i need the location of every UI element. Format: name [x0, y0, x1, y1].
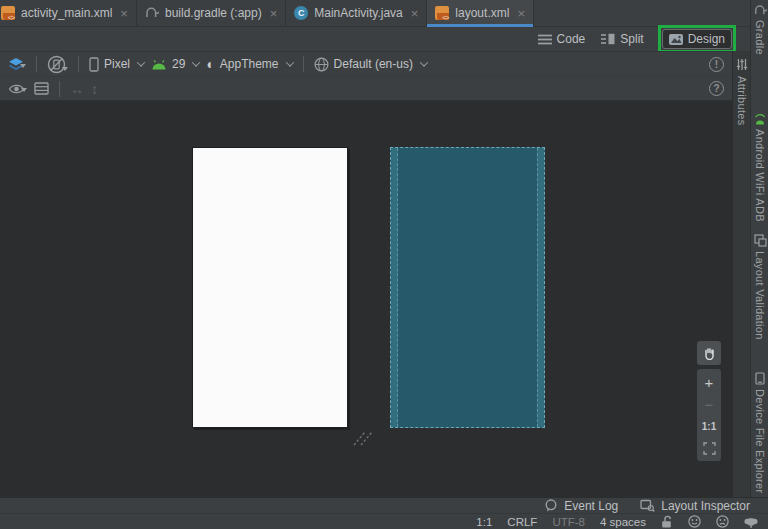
design-canvas[interactable]: + − 1:1	[0, 101, 732, 497]
tab-label: layout.xml	[455, 6, 509, 20]
layout-validation-icon	[754, 234, 767, 247]
android-wifi-icon	[753, 112, 767, 125]
zoom-controls: + − 1:1	[697, 369, 721, 461]
event-log-button[interactable]: Event Log	[544, 499, 618, 513]
gradle-icon	[145, 6, 159, 20]
dropdown-caret	[62, 67, 68, 71]
device-selector[interactable]: Pixel	[89, 57, 144, 72]
zoom-to-fit-button[interactable]	[697, 438, 721, 458]
java-class-icon: C	[294, 6, 308, 20]
device-preview-blueprint[interactable]	[390, 147, 545, 428]
unlocked-padlock-icon[interactable]	[661, 515, 673, 528]
globe-icon	[314, 57, 329, 72]
editor-tab-bar: <> activity_main.xml × build.gradle (:ap…	[0, 0, 768, 27]
locale-selector[interactable]: Default (en-us)	[314, 57, 427, 72]
api-level-value: 29	[172, 57, 185, 71]
caret-position[interactable]: 1:1	[476, 516, 492, 528]
tab-label: MainActivity.java	[314, 6, 402, 20]
close-icon[interactable]: ×	[270, 7, 278, 20]
layout-inspector-icon	[640, 499, 655, 512]
code-mode-label: Code	[557, 32, 586, 46]
device-resize-handle[interactable]	[352, 430, 374, 447]
chevron-down-icon	[192, 58, 200, 66]
event-log-icon	[544, 499, 558, 512]
zoom-out-button[interactable]: −	[697, 394, 721, 414]
dropdown-caret	[21, 88, 27, 92]
toolbar-separator	[303, 56, 304, 72]
encoding-indicator[interactable]: UTF-8	[552, 516, 585, 528]
blueprint-margin-left	[391, 148, 398, 427]
bottom-tool-window-bar: Event Log Layout Inspector	[0, 497, 768, 513]
layout-inspector-label: Layout Inspector	[661, 499, 750, 513]
android-wifi-adb-tab-label: Android WiFi ADB	[754, 129, 766, 222]
indent-indicator[interactable]: 4 spaces	[600, 516, 646, 528]
sliders-icon	[736, 58, 748, 71]
zoom-in-button[interactable]: +	[697, 372, 721, 392]
theme-icon: ◐	[206, 57, 214, 71]
tool-tab-layout-validation[interactable]: Layout Validation	[751, 234, 768, 340]
gradle-daemon-icon[interactable]	[744, 516, 758, 528]
device-file-explorer-icon	[754, 372, 766, 385]
design-surface-toolbar: Pixel 29 ◐ AppTheme Default (en-us) !	[0, 51, 732, 76]
device-file-explorer-tab-label: Device File Explorer	[754, 389, 766, 493]
android-icon	[151, 59, 167, 70]
dropdown-caret	[20, 64, 26, 68]
blueprint-margin-right	[537, 148, 544, 427]
close-icon[interactable]: ×	[411, 7, 419, 20]
tab-activity-main-xml[interactable]: <> activity_main.xml ×	[0, 0, 137, 26]
toolbar-separator	[36, 56, 37, 72]
phone-icon	[89, 57, 99, 72]
help-icon[interactable]: ?	[709, 81, 724, 96]
variants-list-button[interactable]	[34, 82, 49, 95]
chevron-down-icon	[285, 58, 293, 66]
width-constraint-arrow: ↔	[70, 81, 84, 97]
tab-build-gradle[interactable]: build.gradle (:app) ×	[137, 0, 286, 26]
annotation-highlight-box: Design	[658, 25, 736, 53]
toolbar-separator	[59, 81, 60, 97]
tool-tab-android-wifi-adb[interactable]: Android WiFi ADB	[751, 112, 768, 222]
tool-tab-device-file-explorer[interactable]: Device File Explorer	[751, 372, 768, 493]
layout-validation-tab-label: Layout Validation	[754, 251, 766, 340]
design-icon	[669, 34, 683, 45]
attributes-panel-tab[interactable]: Attributes	[732, 51, 750, 497]
android-studio-window: <> activity_main.xml × build.gradle (:ap…	[0, 0, 768, 529]
gradle-icon	[754, 4, 767, 16]
close-icon[interactable]: ×	[120, 7, 128, 20]
layout-inspector-button[interactable]: Layout Inspector	[640, 499, 750, 513]
code-icon	[538, 34, 552, 45]
chevron-down-icon	[420, 58, 428, 66]
sad-face-icon[interactable]	[716, 515, 729, 528]
split-mode-label: Split	[620, 32, 643, 46]
view-options-toolbar: ↔ ↕ ?	[0, 76, 732, 101]
tab-label: build.gradle (:app)	[165, 6, 262, 20]
hand-icon	[703, 347, 716, 360]
split-mode-button[interactable]: Split	[595, 30, 649, 48]
design-surface-selector-button[interactable]	[8, 58, 26, 71]
layout-file-icon: <>	[1, 6, 15, 20]
view-options-button[interactable]	[8, 83, 27, 95]
theme-selector[interactable]: ◐ AppTheme	[206, 57, 292, 71]
design-mode-button[interactable]: Design	[662, 29, 732, 49]
happy-face-icon[interactable]	[688, 515, 701, 528]
pan-tool-button[interactable]	[697, 341, 721, 365]
warning-icon[interactable]: !	[709, 57, 724, 72]
code-mode-button[interactable]: Code	[532, 30, 592, 48]
tool-tab-gradle[interactable]: Gradle	[751, 4, 768, 55]
split-icon	[601, 33, 615, 45]
api-level-selector[interactable]: 29	[151, 57, 199, 71]
orientation-button[interactable]	[47, 55, 68, 74]
line-separator-indicator[interactable]: CRLF	[507, 516, 537, 528]
locale-selector-value: Default (en-us)	[334, 57, 413, 71]
close-icon[interactable]: ×	[517, 7, 525, 20]
editor-mode-switcher: Code Split Design	[0, 27, 750, 51]
tab-mainactivity-java[interactable]: C MainActivity.java ×	[286, 0, 427, 26]
chevron-down-icon	[137, 58, 145, 66]
right-tool-window-strip: Gradle Android WiFi ADB Layout Validatio…	[750, 0, 768, 497]
zoom-to-100-button[interactable]: 1:1	[697, 416, 721, 436]
tab-label: activity_main.xml	[21, 6, 112, 20]
design-mode-label: Design	[688, 32, 725, 46]
device-preview-design[interactable]	[192, 147, 348, 428]
status-bar: 1:1 CRLF UTF-8 4 spaces	[0, 513, 768, 529]
tab-layout-xml[interactable]: <> layout.xml ×	[427, 0, 534, 26]
gradle-tab-label: Gradle	[754, 20, 766, 55]
